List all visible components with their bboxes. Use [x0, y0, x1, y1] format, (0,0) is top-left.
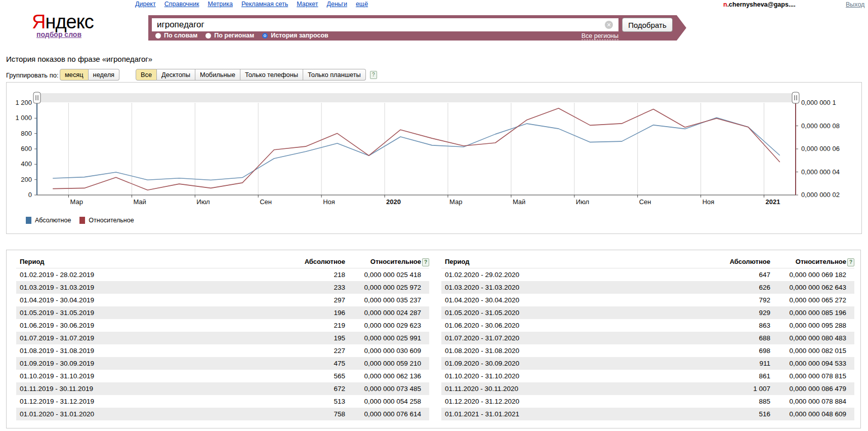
legend-item-relative: Относительное [79, 217, 134, 224]
right-axis-label: 0,000 000 06 [801, 145, 840, 152]
radio-selected-icon[interactable] [262, 33, 268, 38]
device-filter-row: ВсеДесктопыМобильныеТолько телефоныТольк… [136, 69, 377, 81]
period-cell: 01.07.2019 - 31.07.2019 [16, 332, 274, 344]
table-row: 01.09.2020 - 30.09.20209110,000 000 094 … [441, 357, 854, 370]
range-slider-track[interactable] [34, 93, 799, 102]
x-tick-label: Июл [576, 198, 589, 206]
table-row: 01.01.2021 - 31.01.20215160,000 000 048 … [441, 408, 854, 420]
slider-handle-right[interactable] [792, 92, 799, 103]
relative-cell: 0,000 000 054 258 [345, 395, 421, 408]
period-cell: 01.03.2019 - 31.03.2019 [16, 281, 274, 294]
relative-cell: 0,000 000 082 015 [770, 344, 846, 357]
relative-cell: 0,000 000 062 643 [770, 281, 846, 294]
left-axis-label: 0 [28, 191, 32, 199]
absolute-cell: 218 [274, 268, 345, 281]
relative-cell: 0,000 000 025 972 [345, 281, 421, 294]
device-filter-button[interactable]: Десктопы [157, 69, 195, 81]
period-cell: 01.01.2021 - 31.01.2021 [441, 408, 699, 420]
submit-button[interactable]: Подобрать [622, 18, 673, 32]
period-cell: 01.06.2020 - 30.06.2020 [441, 319, 699, 332]
relative-cell: 0,000 000 080 483 [770, 332, 846, 344]
table-row: 01.11.2020 - 30.11.20201 0070,000 000 08… [441, 382, 854, 395]
x-tick-label: Ноя [702, 198, 715, 206]
x-tick-label: Ноя [323, 198, 335, 206]
nav-link[interactable]: ещё [356, 1, 368, 8]
relative-cell: 0,000 000 094 533 [770, 357, 846, 370]
chart-canvas: МарМайИюлСенНоя2020МарМайИюлСенНоя202102… [7, 83, 861, 233]
relative-cell: 0,000 000 059 210 [345, 357, 421, 370]
absolute-swatch [26, 217, 31, 224]
slider-handle-left[interactable] [33, 92, 40, 103]
grouping-button[interactable]: неделя [89, 69, 119, 81]
absolute-cell: 929 [699, 306, 770, 319]
x-tick-label: Июл [196, 198, 210, 206]
absolute-cell: 1 007 [699, 382, 770, 395]
table-row: 01.07.2019 - 31.07.20191950,000 000 025 … [16, 332, 429, 344]
device-filter-button[interactable]: Только планшеты [303, 69, 366, 81]
left-axis-label: 1 200 [15, 99, 32, 106]
left-axis-label: 600 [21, 145, 32, 152]
logout-link[interactable]: Выход [846, 1, 864, 8]
help-icon[interactable]: ? [847, 258, 854, 266]
search-mode-radio[interactable]: По словам [155, 32, 197, 39]
search-mode-radio[interactable]: По регионам [205, 32, 254, 39]
chart-legend: Абсолютное Относительное [26, 217, 143, 224]
relative-cell: 0,000 000 048 609 [770, 408, 846, 420]
all-regions-link[interactable]: Все регионы [582, 32, 618, 40]
period-cell: 01.08.2020 - 31.08.2020 [441, 344, 699, 357]
relative-cell: 0,000 000 078 884 [770, 395, 846, 408]
period-cell: 01.08.2019 - 31.08.2019 [16, 344, 274, 357]
table-header: Период Абсолютное Относительное ? [441, 255, 854, 268]
x-tick-label: 2021 [766, 198, 780, 206]
help-icon[interactable]: ? [370, 71, 377, 79]
grouping-button[interactable]: месяц [60, 69, 89, 81]
nav-link[interactable]: Метрика [208, 1, 232, 8]
absolute-cell: 196 [274, 306, 345, 319]
absolute-cell: 758 [274, 408, 345, 420]
radio-icon[interactable] [155, 33, 161, 38]
table-row: 01.05.2020 - 31.05.20209290,000 000 085 … [441, 306, 854, 319]
absolute-cell: 297 [274, 294, 345, 306]
table-left: Период Абсолютное Относительное ? 01.02.… [16, 255, 429, 428]
clear-icon[interactable]: ✕ [605, 21, 613, 29]
period-cell: 01.11.2020 - 30.11.2020 [441, 382, 699, 395]
table-row: 01.10.2019 - 31.10.20195650,000 000 062 … [16, 370, 429, 382]
table-row: 01.09.2019 - 30.09.20194750,000 000 059 … [16, 357, 429, 370]
search-input[interactable] [152, 18, 618, 31]
table-row: 01.05.2019 - 31.05.20191960,000 000 024 … [16, 306, 429, 319]
period-cell: 01.10.2020 - 31.10.2020 [441, 370, 699, 382]
right-axis-label: 0,000 000 04 [801, 168, 840, 176]
period-cell: 01.02.2019 - 28.02.2019 [16, 268, 274, 281]
wordstat-link[interactable]: подбор слов [36, 30, 81, 38]
series-absolute-line [53, 117, 780, 180]
legend-item-absolute: Абсолютное [26, 217, 71, 224]
relative-cell: 0,000 000 085 196 [770, 306, 846, 319]
radio-icon[interactable] [205, 33, 211, 38]
help-icon[interactable]: ? [422, 258, 429, 266]
relative-cell: 0,000 000 062 136 [345, 370, 421, 382]
absolute-cell: 516 [699, 408, 770, 420]
nav-link[interactable]: Директ [135, 1, 156, 8]
device-filter-button[interactable]: Мобильные [195, 69, 240, 81]
nav-link[interactable]: Справочник [164, 1, 199, 8]
absolute-cell: 698 [699, 344, 770, 357]
yandex-logo[interactable]: Яндекс [32, 11, 94, 33]
relative-cell: 0,000 000 035 237 [345, 294, 421, 306]
device-filter-button[interactable]: Все [136, 69, 157, 81]
table-row: 01.06.2019 - 30.06.20192190,000 000 029 … [16, 319, 429, 332]
history-chart: МарМайИюлСенНоя2020МарМайИюлСенНоя202102… [6, 82, 862, 234]
nav-link[interactable]: Маркет [297, 1, 318, 8]
nav-link[interactable]: Рекламная сеть [241, 1, 288, 8]
absolute-cell: 911 [699, 357, 770, 370]
absolute-cell: 688 [699, 332, 770, 344]
device-filter-button[interactable]: Только телефоны [240, 69, 303, 81]
table-row: 01.08.2020 - 31.08.20206980,000 000 082 … [441, 344, 854, 357]
search-modes: По словамПо регионамИстория запросов [155, 32, 328, 39]
search-mode-radio[interactable]: История запросов [262, 32, 328, 39]
relative-cell: 0,000 000 025 991 [345, 332, 421, 344]
relative-swatch [79, 217, 85, 224]
period-cell: 01.04.2019 - 30.04.2019 [16, 294, 274, 306]
nav-link[interactable]: Деньги [327, 1, 347, 8]
table-row: 01.12.2019 - 31.12.20195130,000 000 054 … [16, 395, 429, 408]
x-tick-label: 2020 [386, 198, 401, 206]
